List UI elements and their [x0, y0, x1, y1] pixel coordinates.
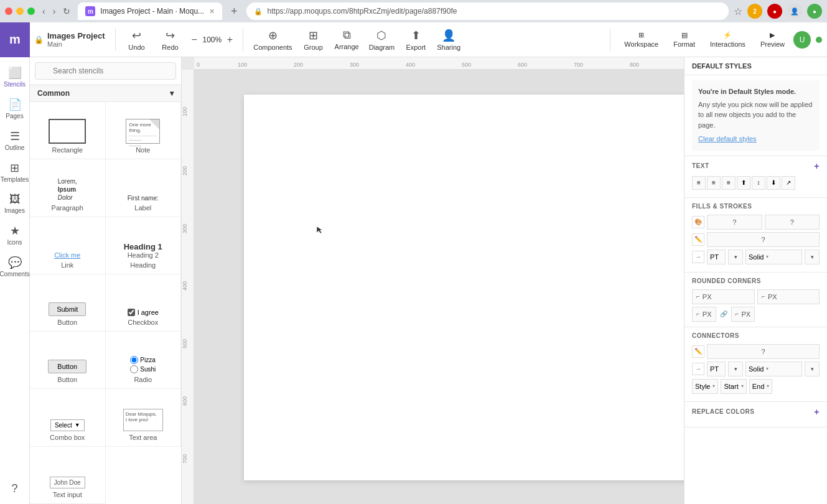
align-left-icon[interactable]: ≡: [692, 176, 706, 190]
stroke-style-select[interactable]: Solid ▾: [745, 250, 802, 264]
group-button[interactable]: ⊞ Group: [297, 26, 330, 54]
align-center-icon[interactable]: ≡: [707, 176, 721, 190]
valign-middle-icon[interactable]: ↕: [752, 176, 765, 190]
canvas-wrapper[interactable]: 0 100 200 300 400 500 600 700 800 100 20…: [182, 57, 684, 504]
corner-tl[interactable]: ⌐ PX: [692, 289, 755, 304]
stencil-item-label[interactable]: First name: Label: [106, 159, 182, 217]
stencil-item-rectangle[interactable]: Rectangle: [30, 102, 106, 159]
connector-solid-dropdown[interactable]: ▾: [805, 362, 820, 376]
format-icon: ▤: [681, 31, 688, 39]
preview-button[interactable]: ▶ Preview: [754, 29, 791, 50]
connector-line-icon[interactable]: →: [692, 363, 704, 375]
tab-close-button[interactable]: ✕: [209, 7, 215, 16]
link-label: Link: [61, 261, 73, 269]
format-button[interactable]: ▤ Format: [667, 29, 701, 50]
zoom-in-button[interactable]: +: [225, 33, 235, 47]
extension-icon-1[interactable]: 2: [747, 4, 762, 19]
sidebar-item-outline[interactable]: ☰ Outline: [1, 126, 29, 155]
sidebar-item-comments[interactable]: 💬 Comments: [1, 252, 29, 281]
stencil-item-paragraph[interactable]: Lorem,IpsumDolor Paragraph: [30, 159, 106, 217]
stencil-item-submit[interactable]: Submit Button: [30, 274, 106, 332]
text-add-button[interactable]: +: [814, 161, 820, 171]
stencil-item-textinput[interactable]: John Doe Text input: [30, 447, 106, 504]
fill-color-icon[interactable]: 🎨: [692, 216, 704, 228]
stroke-pt-value[interactable]: PT: [707, 250, 726, 264]
stencil-item-textarea[interactable]: Dear Moqups,I love you! Text area: [106, 389, 182, 446]
stroke-color-value[interactable]: ?: [707, 232, 820, 247]
stencil-category-common[interactable]: Common ▾: [30, 85, 181, 102]
group-icon: ⊞: [309, 29, 318, 42]
undo-button[interactable]: ↩ Undo: [121, 26, 153, 54]
minimize-dot[interactable]: [16, 7, 24, 15]
stencil-item-radio[interactable]: Pizza Sushi Radio: [106, 332, 182, 389]
clear-styles-link[interactable]: Clear default styles: [698, 134, 813, 144]
stencil-item-link[interactable]: Click me Link: [30, 217, 106, 274]
sidebar-item-icons[interactable]: ★ Icons: [1, 220, 29, 250]
connector-style-select[interactable]: Solid ▾: [745, 362, 802, 376]
zoom-out-button[interactable]: −: [189, 33, 200, 47]
corner-br[interactable]: ⌐ PX: [731, 307, 755, 322]
user-avatar[interactable]: U: [793, 31, 811, 49]
bookmark-icon[interactable]: ☆: [734, 6, 742, 17]
address-bar[interactable]: 🔒 https://app.moqups.com/8htpRxcZmj/edit…: [246, 2, 729, 20]
sidebar-item-pages[interactable]: 📄 Pages: [1, 94, 29, 123]
connector-pt-value[interactable]: PT: [707, 362, 726, 376]
stencil-item-note[interactable]: One more thing. ~~~~~ ~~~~~ Note: [106, 102, 182, 159]
default-styles-body: Any style you pick now will be applied t…: [698, 100, 813, 131]
corner-br-icon: ⌐: [736, 310, 739, 317]
sidebar-item-stencils[interactable]: ⬜ Stencils: [1, 62, 29, 91]
help-button[interactable]: ?: [1, 478, 29, 499]
sharing-button[interactable]: 👤 Sharing: [432, 26, 465, 54]
stroke-solid-dropdown[interactable]: ▾: [805, 250, 820, 264]
stencil-item-checkbox[interactable]: I agree Checkbox: [106, 274, 182, 332]
export-button[interactable]: ⬆ Export: [399, 26, 432, 54]
stroke-line-icon[interactable]: →: [692, 251, 704, 263]
align-right-icon[interactable]: ≡: [722, 176, 736, 190]
stroke-color-icon[interactable]: ✏️: [692, 233, 704, 246]
canvas-page[interactable]: [244, 95, 684, 480]
connector-color-icon[interactable]: ✏️: [692, 345, 704, 358]
canvas-area[interactable]: [194, 70, 684, 504]
stencil-item-button[interactable]: Button Button: [30, 332, 106, 389]
interactions-button[interactable]: ⚡ Interactions: [704, 29, 752, 50]
connector-style-type[interactable]: Style ▾: [692, 379, 718, 394]
search-input[interactable]: [35, 62, 176, 80]
help-icon: ?: [11, 482, 17, 495]
sidebar-item-templates[interactable]: ⊞ Templates: [1, 157, 29, 187]
forward-button[interactable]: ›: [50, 5, 58, 17]
export-icon: ⬆: [411, 29, 421, 42]
avatar-icon[interactable]: ●: [807, 4, 822, 19]
workspace-button[interactable]: ⊞ Workspace: [618, 29, 665, 50]
diagram-button[interactable]: ⬡ Diagram: [364, 26, 400, 54]
help-item[interactable]: ?: [1, 478, 29, 499]
fullscreen-dot[interactable]: [27, 7, 35, 15]
connector-pt-dropdown[interactable]: ▾: [728, 362, 743, 376]
stencil-item-heading[interactable]: Heading 1 Heading 2 Heading: [106, 217, 182, 274]
corner-link-icon[interactable]: 🔗: [719, 309, 729, 319]
replace-colors-add-button[interactable]: +: [814, 407, 820, 417]
stroke-pt-dropdown[interactable]: ▾: [728, 250, 743, 264]
corner-tr[interactable]: ⌐ PX: [757, 289, 820, 304]
user-icon[interactable]: 👤: [787, 4, 802, 19]
connector-color-value[interactable]: ?: [707, 344, 820, 359]
refresh-button[interactable]: ↻: [60, 5, 73, 17]
app-logo[interactable]: m: [0, 22, 30, 57]
connector-end[interactable]: End ▾: [749, 379, 773, 394]
connector-start[interactable]: Start ▾: [721, 379, 746, 394]
text-direction-icon[interactable]: ↗: [782, 176, 795, 190]
components-button[interactable]: ⊕ Components: [248, 26, 297, 54]
fill-opacity-value[interactable]: ?: [765, 215, 820, 230]
extension-icon-2[interactable]: ●: [767, 4, 782, 19]
fill-color-value[interactable]: ?: [707, 215, 762, 230]
back-button[interactable]: ‹: [40, 5, 48, 17]
sidebar-item-images[interactable]: 🖼 Images: [1, 189, 29, 218]
valign-bottom-icon[interactable]: ⬇: [767, 176, 780, 190]
redo-button[interactable]: ↪ Redo: [154, 26, 187, 54]
corner-bl[interactable]: ⌐ PX: [692, 307, 716, 322]
new-tab-button[interactable]: +: [227, 4, 241, 19]
close-dot[interactable]: [5, 7, 12, 15]
arrange-button[interactable]: ⧉ Arrange: [330, 26, 364, 53]
valign-top-icon[interactable]: ⬆: [737, 176, 750, 190]
stencil-item-combobox[interactable]: Select▼ Combo box: [30, 389, 106, 446]
browser-tab[interactable]: m Images Project - Main · Moqu... ✕: [78, 2, 222, 20]
